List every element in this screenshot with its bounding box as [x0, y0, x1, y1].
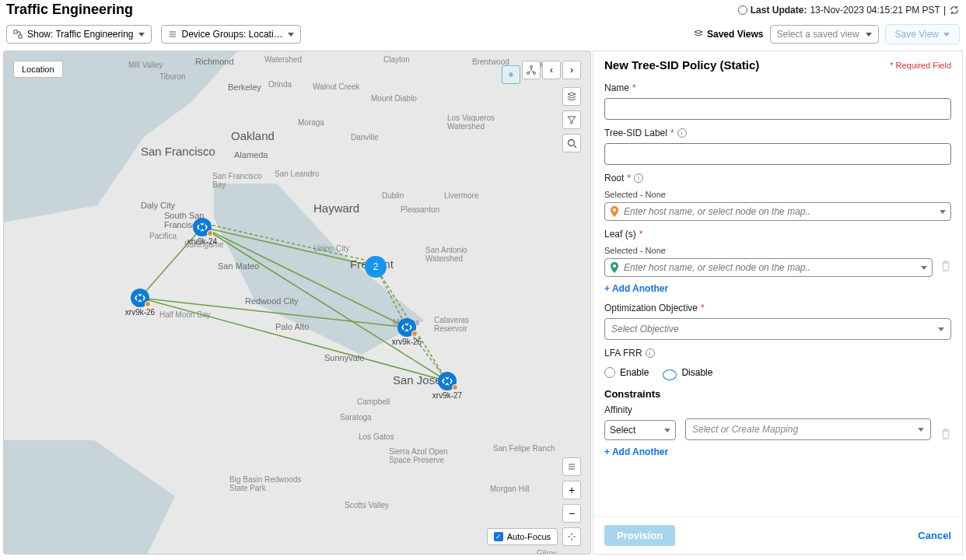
root-label: Root — [604, 173, 624, 184]
city-label: San AntonioWatershed — [425, 246, 467, 263]
affinity-mapping-select[interactable]: Select or Create Mapping — [685, 418, 931, 440]
svg-point-16 — [568, 139, 574, 145]
city-label: Pleasanton — [401, 205, 439, 214]
opt-objective-select[interactable]: Select Objective — [604, 318, 951, 340]
layers-icon — [693, 29, 704, 40]
node-label: xrv9k-26 — [125, 308, 155, 317]
layers-icon[interactable] — [562, 87, 581, 106]
diagram-icon — [13, 30, 23, 39]
recenter-icon[interactable] — [562, 527, 581, 546]
city-label: Sunnyvale — [324, 353, 364, 362]
prev-icon[interactable]: ‹ — [542, 61, 561, 79]
info-icon[interactable]: i — [646, 348, 655, 358]
checkbox-checked-icon: ✓ — [494, 532, 503, 541]
show-dropdown[interactable]: Show: Traffic Engineering — [6, 25, 152, 44]
chevron-down-icon — [138, 33, 145, 37]
chevron-down-icon — [921, 266, 927, 270]
city-label: Richmond — [195, 57, 234, 66]
city-label: Saratoga — [340, 413, 372, 422]
city-label: Danville — [351, 133, 379, 142]
pin-icon — [610, 206, 619, 217]
city-label: Tiburon — [159, 72, 186, 81]
city-label: Campbell — [357, 397, 390, 406]
opt-objective-label: Optimization Objective — [604, 303, 698, 313]
affinity-mode-select[interactable]: Select — [604, 420, 676, 440]
last-update-label: Last Update: — [751, 5, 807, 16]
leaf-selected-hint: Selected - None — [604, 246, 951, 255]
trash-icon[interactable] — [940, 260, 951, 272]
zoom-out-button[interactable]: − — [562, 504, 581, 523]
divider: | — [943, 5, 946, 16]
city-label: San Jose — [393, 373, 442, 387]
trash-icon[interactable] — [940, 428, 951, 440]
globe-icon[interactable] — [502, 65, 520, 84]
node-label: xrv9k-24 — [187, 237, 217, 246]
cluster-count: 2 — [373, 261, 379, 272]
lfa-disable-radio[interactable]: Disable — [663, 365, 712, 380]
city-label: Oakland — [231, 129, 275, 142]
cluster-node[interactable]: 2 — [365, 256, 387, 278]
topology-icon[interactable] — [522, 61, 541, 79]
root-selected-hint: Selected - None — [604, 190, 951, 199]
page-title: Traffic Engineering — [6, 2, 133, 18]
device-groups-label: Device Groups: Locati… — [182, 29, 283, 40]
saved-views-label: Saved Views — [693, 29, 764, 40]
add-affinity-button[interactable]: + Add Another — [604, 446, 668, 457]
map-pane[interactable]: RichmondClaytonBrentwoodOakleyBerkeleyOr… — [3, 51, 591, 555]
info-icon[interactable]: i — [634, 173, 643, 183]
tree-sid-label-input[interactable] — [604, 143, 951, 165]
city-label: Mill Valley — [128, 61, 163, 69]
city-label: Scotts Valley — [345, 501, 389, 509]
root-node-input[interactable]: Enter host name, or select node on the m… — [604, 202, 951, 221]
city-label: Alameda — [234, 150, 268, 159]
filter-icon[interactable] — [562, 110, 581, 129]
refresh-icon[interactable] — [949, 5, 960, 16]
city-label: Orinda — [268, 80, 292, 89]
location-button[interactable]: Location — [13, 61, 63, 78]
city-label: San Felipe Ranch — [493, 444, 555, 453]
city-label: Half Moon Bay — [159, 310, 211, 319]
provision-button[interactable]: Provision — [604, 525, 675, 546]
zoom-in-button[interactable]: + — [562, 481, 581, 499]
city-label: Mount Diablo — [371, 94, 417, 103]
device-groups-dropdown[interactable]: Device Groups: Locati… — [161, 25, 301, 44]
city-label: Sierra Azul OpenSpace Preserve — [389, 447, 448, 464]
svg-point-15 — [530, 66, 533, 68]
city-label: Pacifica — [149, 232, 177, 240]
legend-icon[interactable] — [562, 457, 581, 476]
status-badge-icon — [452, 384, 458, 390]
city-label: Redwood City — [245, 296, 298, 306]
city-label: San Mateo — [218, 261, 259, 271]
form-pane: New Tree-SID Policy (Static) * Required … — [593, 51, 963, 555]
search-icon[interactable] — [562, 134, 581, 152]
last-update-value: 13-Nov-2023 04:15:21 PM PST — [810, 5, 940, 16]
name-input[interactable] — [604, 98, 951, 120]
clock-icon — [738, 5, 747, 15]
auto-focus-toggle[interactable]: ✓ Auto-Focus — [487, 528, 558, 545]
cancel-button[interactable]: Cancel — [918, 530, 951, 541]
city-label: Watershed — [264, 55, 302, 64]
svg-point-18 — [613, 264, 616, 268]
lfa-enable-radio[interactable]: Enable — [604, 365, 649, 380]
city-label: Berkeley — [228, 82, 261, 92]
leaf-label: Leaf (s) — [604, 229, 636, 240]
info-icon[interactable]: i — [677, 128, 687, 138]
chevron-down-icon — [918, 428, 924, 432]
status-badge-icon — [145, 301, 151, 307]
next-icon[interactable]: › — [562, 61, 581, 79]
select-saved-view[interactable]: Select a saved view — [770, 25, 879, 44]
chevron-down-icon — [866, 33, 872, 37]
chevron-down-icon — [288, 33, 294, 37]
chevron-down-icon — [943, 33, 950, 37]
city-label: CalaverasReservoir — [434, 316, 469, 333]
lfa-frr-label: LFA FRR — [604, 348, 642, 359]
leaf-node-input[interactable]: Enter host name, or select node on the m… — [604, 258, 933, 277]
chevron-down-icon — [664, 429, 670, 432]
chevron-down-icon — [940, 210, 946, 214]
city-label: San Leandro — [275, 170, 319, 178]
city-label: San FranciscoBay — [212, 172, 262, 189]
chevron-down-icon — [938, 327, 944, 331]
add-leaf-button[interactable]: + Add Another — [604, 283, 668, 294]
save-view-button[interactable]: Save View — [885, 24, 960, 44]
last-update: Last Update: 13-Nov-2023 04:15:21 PM PST… — [738, 5, 960, 16]
